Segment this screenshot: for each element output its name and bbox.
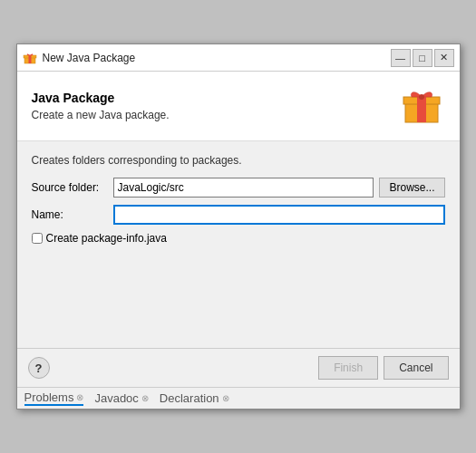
svg-point-6 bbox=[419, 94, 424, 100]
close-button[interactable]: ✕ bbox=[434, 49, 454, 67]
javadoc-tab-label: Javadoc bbox=[94, 391, 138, 405]
body-spacer bbox=[17, 257, 460, 348]
svg-rect-5 bbox=[417, 97, 426, 122]
finish-button[interactable]: Finish bbox=[318, 356, 378, 380]
declaration-tab-label: Declaration bbox=[160, 391, 219, 405]
problems-tab[interactable]: Problems ⊗ bbox=[24, 390, 84, 406]
declaration-tab-icon: ⊗ bbox=[222, 393, 229, 403]
title-bar-controls: — □ ✕ bbox=[391, 49, 454, 67]
name-row: Name: bbox=[32, 205, 445, 225]
title-bar-text: New Java Package bbox=[43, 52, 385, 64]
source-folder-label: Source folder: bbox=[32, 181, 113, 194]
source-folder-input[interactable] bbox=[113, 178, 374, 198]
javadoc-tab[interactable]: Javadoc ⊗ bbox=[94, 390, 148, 406]
title-bar: New Java Package — □ ✕ bbox=[17, 44, 460, 72]
dialog-header: Java Package Create a new Java package. bbox=[17, 72, 460, 141]
dialog-footer: ? Finish Cancel bbox=[17, 348, 460, 387]
dialog-body: Creates folders corresponding to package… bbox=[17, 141, 460, 257]
name-input[interactable] bbox=[113, 205, 445, 225]
name-label: Name: bbox=[32, 208, 113, 221]
svg-rect-2 bbox=[28, 55, 31, 63]
dialog-subtitle: Create a new Java package. bbox=[32, 109, 170, 121]
source-folder-row: Source folder: Browse... bbox=[32, 178, 445, 198]
bottom-bar: Problems ⊗ Javadoc ⊗ Declaration ⊗ bbox=[17, 387, 460, 409]
dialog-title: Java Package bbox=[32, 91, 170, 105]
create-package-info-checkbox[interactable] bbox=[32, 233, 43, 244]
javadoc-tab-icon: ⊗ bbox=[141, 393, 149, 403]
browse-button[interactable]: Browse... bbox=[379, 178, 444, 198]
dialog-header-text: Java Package Create a new Java package. bbox=[32, 91, 170, 121]
problems-tab-icon: ⊗ bbox=[76, 392, 83, 402]
description-text: Creates folders corresponding to package… bbox=[32, 154, 445, 167]
dialog-window: New Java Package — □ ✕ Java Package Crea… bbox=[16, 43, 461, 410]
window-icon bbox=[23, 51, 37, 65]
help-button[interactable]: ? bbox=[28, 357, 50, 379]
cancel-button[interactable]: Cancel bbox=[384, 356, 448, 380]
maximize-button[interactable]: □ bbox=[413, 49, 432, 67]
minimize-button[interactable]: — bbox=[391, 49, 411, 67]
create-package-info-label[interactable]: Create package-info.java bbox=[46, 232, 167, 245]
problems-tab-label: Problems bbox=[24, 390, 74, 404]
declaration-tab[interactable]: Declaration ⊗ bbox=[160, 390, 229, 406]
checkbox-row: Create package-info.java bbox=[32, 232, 445, 245]
header-gift-icon bbox=[398, 82, 445, 130]
